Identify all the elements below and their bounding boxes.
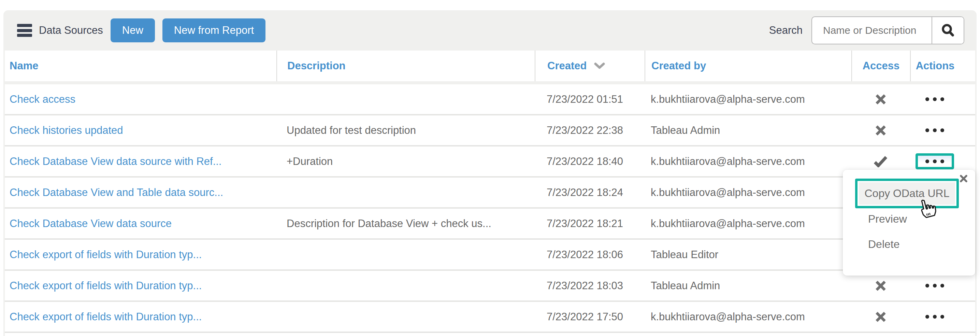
created-cell: 7/23/2022 01:51 <box>535 93 644 105</box>
data-source-name-link[interactable]: Check export of fields with Duration typ… <box>10 311 202 323</box>
description-text: +Duration <box>286 155 333 168</box>
no-access-x-icon <box>875 280 887 291</box>
row-actions-menu-icon[interactable] <box>925 159 944 163</box>
description-cell: Updated for test description <box>277 124 535 137</box>
name-cell: Check export of fields with Duration typ… <box>5 248 277 261</box>
column-header-label: Access <box>862 60 900 72</box>
column-header-label: Description <box>287 60 346 72</box>
created-text: 7/23/2022 18:21 <box>547 218 623 230</box>
actions-cell <box>910 128 975 132</box>
search-button[interactable] <box>932 17 964 44</box>
created-by-cell: Tableau Editor <box>644 248 851 261</box>
search-input[interactable] <box>812 17 932 44</box>
created-by-cell: k.bukhtiiarova@alpha-serve.com <box>644 311 851 323</box>
table-row: Check export of fields with Duration typ… <box>5 269 975 301</box>
row-actions-menu-icon[interactable] <box>925 315 944 318</box>
created-by-text: k.bukhtiiarova@alpha-serve.com <box>651 155 805 168</box>
column-header-created[interactable]: Created <box>535 51 644 81</box>
created-cell: 7/23/2022 17:50 <box>535 311 644 323</box>
hamburger-menu-icon[interactable] <box>17 24 32 37</box>
no-access-x-icon <box>875 94 887 105</box>
created-cell: 7/23/2022 18:06 <box>535 248 644 261</box>
data-source-name-link[interactable]: Check export of fields with Duration typ… <box>10 248 202 261</box>
created-by-text: k.bukhtiiarova@alpha-serve.com <box>651 218 805 230</box>
created-by-text: k.bukhtiiarova@alpha-serve.com <box>651 93 805 105</box>
column-header-label: Created <box>547 60 587 72</box>
column-header-created-by[interactable]: Created by <box>644 51 851 81</box>
access-cell <box>851 311 910 323</box>
table-row: Check access 7/23/2022 01:51 k.bukhtiiar… <box>5 84 975 114</box>
description-cell: +Duration <box>277 155 535 168</box>
close-icon[interactable] <box>958 173 969 184</box>
top-bar: Data Sources New New from Report Search <box>3 10 977 51</box>
name-cell: Check access <box>5 93 277 105</box>
actions-cell <box>910 284 975 288</box>
created-by-cell: k.bukhtiiarova@alpha-serve.com <box>644 218 851 230</box>
data-sources-table: NameDescriptionCreated Created byAccessA… <box>5 51 975 336</box>
no-access-x-icon <box>875 125 887 136</box>
created-by-cell: Tableau Admin <box>644 280 851 292</box>
created-by-text: Tableau Editor <box>651 248 718 261</box>
created-by-cell: Tableau Admin <box>644 124 851 137</box>
name-cell: Check Database View and Table data sourc… <box>5 186 277 199</box>
access-cell <box>851 280 910 291</box>
data-source-name-link[interactable]: Check export of fields with Duration typ… <box>10 280 202 292</box>
column-header-name[interactable]: Name <box>5 51 277 81</box>
column-header-label: Name <box>10 60 38 72</box>
search-label: Search <box>769 24 803 37</box>
created-text: 7/23/2022 01:51 <box>547 93 623 105</box>
access-check-icon <box>873 156 888 167</box>
table-row: Check Database View data source Descript… <box>5 207 975 238</box>
new-from-report-button[interactable]: New from Report <box>162 18 266 42</box>
table-row: Check Database View data source with Ref… <box>5 145 975 176</box>
table-body: Check access 7/23/2022 01:51 k.bukhtiiar… <box>5 84 975 331</box>
name-cell: Check Database View data source <box>5 218 277 230</box>
row-actions-menu-icon[interactable] <box>925 284 944 288</box>
menu-item-preview[interactable]: Preview <box>868 213 907 225</box>
actions-context-menu: Copy OData URLPreviewDelete <box>843 170 975 275</box>
row-actions-menu-icon[interactable] <box>925 97 944 101</box>
data-source-name-link[interactable]: Check access <box>10 93 75 105</box>
data-source-name-link[interactable]: Check histories updated <box>10 124 123 137</box>
created-text: 7/23/2022 18:06 <box>547 248 623 261</box>
data-source-name-link[interactable]: Check Database View data source with Ref… <box>10 155 221 168</box>
description-text: Description for Database View + check us… <box>286 218 492 230</box>
search-area: Search <box>769 16 964 45</box>
created-cell: 7/23/2022 18:03 <box>535 280 644 292</box>
table-row: Check Database View and Table data sourc… <box>5 176 975 207</box>
created-cell: 7/23/2022 22:38 <box>535 124 644 137</box>
created-text: 7/23/2022 22:38 <box>547 124 623 137</box>
created-by-cell: k.bukhtiiarova@alpha-serve.com <box>644 186 851 199</box>
column-header-label: Actions <box>916 60 955 72</box>
column-header-actions[interactable]: Actions <box>910 51 975 81</box>
page-title: Data Sources <box>39 24 103 37</box>
column-header-access[interactable]: Access <box>851 51 910 81</box>
description-cell: Description for Database View + check us… <box>277 218 535 230</box>
partial-next-row <box>5 333 975 336</box>
created-by-text: Tableau Admin <box>651 124 720 137</box>
created-cell: 7/23/2022 18:21 <box>535 218 644 230</box>
created-by-text: Tableau Admin <box>651 280 720 292</box>
search-box <box>811 16 964 45</box>
actions-cell <box>910 315 975 318</box>
created-cell: 7/23/2022 18:40 <box>535 155 644 168</box>
sort-desc-chevron-icon <box>594 62 605 69</box>
data-source-name-link[interactable]: Check Database View and Table data sourc… <box>10 186 223 199</box>
highlighted-actions-annotation[interactable] <box>915 153 954 169</box>
access-cell <box>851 94 910 105</box>
created-text: 7/23/2022 18:40 <box>547 155 623 168</box>
created-text: 7/23/2022 17:50 <box>547 311 623 323</box>
no-access-x-icon <box>875 311 887 323</box>
created-text: 7/23/2022 18:24 <box>547 186 623 199</box>
new-button[interactable]: New <box>111 18 155 42</box>
access-cell <box>851 125 910 136</box>
column-header-description[interactable]: Description <box>277 51 535 81</box>
menu-item-copy-odata-url[interactable]: Copy OData URL <box>855 178 959 208</box>
access-cell <box>851 156 910 167</box>
menu-item-delete[interactable]: Delete <box>868 238 900 251</box>
data-source-name-link[interactable]: Check Database View data source <box>10 218 172 230</box>
created-text: 7/23/2022 18:03 <box>547 280 623 292</box>
search-icon <box>940 23 955 38</box>
row-actions-menu-icon[interactable] <box>925 128 944 132</box>
actions-cell <box>910 97 975 101</box>
